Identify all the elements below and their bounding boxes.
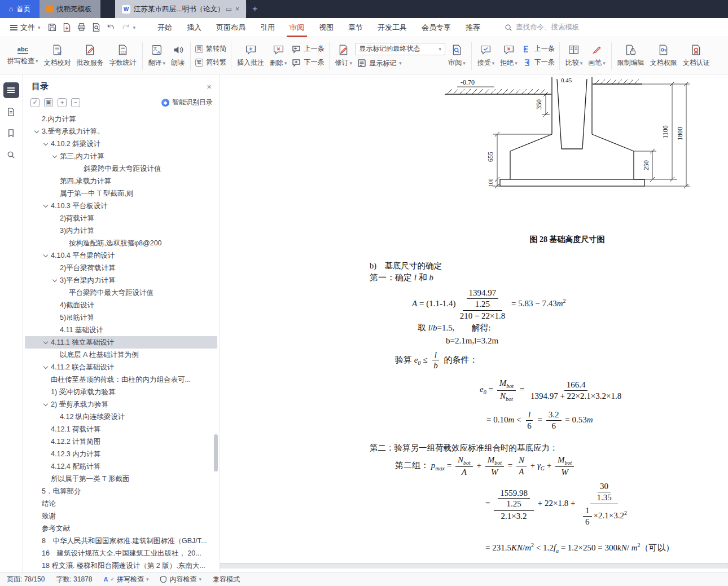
toc-item[interactable]: 4.10.4 平台梁的设计 [25, 249, 217, 262]
chevron-down-icon[interactable] [43, 253, 49, 258]
toc-item[interactable]: 结论 [25, 497, 217, 510]
menu-tab[interactable]: 开始 [150, 18, 179, 37]
ink-button[interactable]: 画笔▾ [585, 42, 608, 69]
toc-scrollbar[interactable] [214, 434, 218, 472]
translate-button[interactable]: 文A 翻译▾ [146, 42, 169, 69]
toc-level-button[interactable]: ▣ [44, 98, 53, 107]
toc-item[interactable]: 3.受弯承载力计算。 [25, 125, 217, 138]
toc-item[interactable]: 18 程文瀼. 楼梯和阳台雨蓬设计（第 2 版）.东南大... [25, 559, 217, 572]
toc-item[interactable]: 3)平台梁内力计算 [25, 274, 217, 287]
next-change-button[interactable]: 下一条 [520, 57, 556, 68]
toc-item[interactable]: 致谢 [25, 510, 217, 522]
toc-item[interactable]: 4.11 基础设计 [25, 324, 217, 336]
close-tab-icon[interactable]: × [235, 6, 239, 12]
show-markup-button[interactable]: 显示标记▾ [355, 58, 445, 69]
document-area[interactable]: -0.70 0.45 350 655 100 1100 1800 250 图 2… [220, 74, 728, 572]
trad-to-simp-button[interactable]: 简 繁转简 [194, 43, 228, 54]
toc-item[interactable]: 2)平台梁荷载计算 [25, 262, 217, 274]
toc-item[interactable]: 4.12 纵向连续梁设计 [25, 411, 217, 423]
delete-comment-button[interactable]: 删除▾ [267, 42, 290, 69]
quick-access-caret[interactable]: ▾ [133, 25, 136, 30]
menu-tab[interactable]: 会员专享 [414, 18, 458, 37]
review-button[interactable]: 审阅▾ [445, 42, 468, 69]
restrict-edit-button[interactable]: 限制编辑 [615, 42, 647, 69]
toc-item[interactable]: 4)截面设计 [25, 299, 217, 311]
toc-item[interactable]: 4.11.1 独立基础设计 [25, 336, 217, 349]
toc-item[interactable]: 由柱传至基顶的荷载：由柱的内力组合表可... [25, 373, 217, 386]
toc-item[interactable]: 平台梁跨中最大弯距设计值 [25, 287, 217, 299]
toc-item[interactable]: 按构造配筋,选双肢箍φ8@200 [25, 237, 217, 249]
chevron-down-icon[interactable] [43, 364, 49, 370]
accept-button[interactable]: 接受▾ [475, 42, 498, 69]
menu-tab[interactable]: 视图 [312, 18, 341, 37]
compat-mode-indicator[interactable]: 兼容模式 [213, 575, 240, 584]
menu-tab[interactable]: 章节 [341, 18, 370, 37]
toc-item[interactable]: 1) 受冲切承载力验算 [25, 386, 217, 398]
menu-tab[interactable]: 审阅 [282, 18, 312, 37]
toc-item[interactable]: 4.12.3 内力计算 [25, 448, 217, 460]
toc-item[interactable]: 4.10.2 斜梁设计 [25, 138, 217, 150]
toc-item[interactable]: 4.10.3 平台板设计 [25, 200, 217, 212]
word-count-button[interactable]: 123 字数统计 [107, 42, 139, 69]
menu-tab[interactable]: 推荐 [458, 18, 488, 37]
home-tab[interactable]: ⌂ 首页 [0, 0, 40, 18]
export-pdf-button[interactable] [60, 21, 74, 34]
redo-button[interactable] [119, 21, 133, 34]
doc-proof-button[interactable]: 文档校对 [41, 42, 74, 69]
toc-item[interactable]: 16 建筑设计规范大全.中国建筑工业出版社， 20... [25, 547, 217, 559]
undo-button[interactable] [104, 21, 119, 34]
menu-tab[interactable]: 插入 [179, 18, 209, 37]
toc-item[interactable]: 斜梁跨中最大弯距设计值 [25, 162, 217, 175]
toc-item[interactable]: 参考文献 [25, 522, 217, 535]
spell-check-button[interactable]: abc 拼写检查▾ [5, 44, 41, 68]
docer-tab[interactable]: 找稻壳模板 [40, 0, 100, 18]
compare-button[interactable]: 比较▾ [563, 42, 586, 69]
simp-to-trad-button[interactable]: 繁 简转繁 [194, 57, 228, 68]
toc-item[interactable]: 以底层 A 柱基础计算为例 [25, 349, 217, 361]
find-panel-toggle[interactable] [3, 147, 19, 162]
menu-tab[interactable]: 引用 [253, 18, 282, 37]
file-menu[interactable]: 文件▾ [6, 23, 45, 33]
content-check-status[interactable]: 内容检查▾ [160, 575, 201, 584]
toc-item[interactable]: 4.12.1 荷载计算 [25, 423, 217, 435]
toc-item[interactable]: 3)内力计算 [25, 224, 217, 237]
chevron-down-icon[interactable] [43, 141, 49, 147]
toc-collapse-button[interactable]: － [71, 98, 80, 107]
toc-item[interactable]: 5．电算部分 [25, 485, 217, 497]
read-aloud-button[interactable]: 朗读 [168, 42, 187, 69]
chevron-down-icon[interactable] [52, 277, 58, 283]
chevron-down-icon[interactable] [43, 402, 49, 407]
spell-check-status[interactable]: A✓ 拼写检查▾ [103, 575, 148, 584]
prev-change-button[interactable]: 上一条 [520, 43, 556, 54]
doc-auth-button[interactable]: 文档认证 [680, 42, 713, 69]
correction-service-button[interactable]: 批改服务 [74, 42, 107, 69]
toc-item[interactable]: 所以属于第一类 T 形截面 [25, 473, 217, 485]
chevron-down-icon[interactable] [52, 153, 58, 159]
menu-tab[interactable]: 页面布局 [209, 18, 253, 37]
chapter-panel-toggle[interactable] [3, 104, 19, 120]
toc-item[interactable]: 属于第一中 T 型截面,则 [25, 187, 217, 200]
word-count-indicator[interactable]: 字数: 31878 [56, 575, 92, 584]
page-indicator[interactable]: 页面: 78/150 [7, 575, 45, 584]
doc-permission-button[interactable]: 文档权限 [647, 42, 680, 69]
insert-comment-button[interactable]: 插入批注 [234, 42, 267, 69]
toc-panel-toggle[interactable] [3, 82, 19, 98]
chevron-down-icon[interactable] [43, 203, 49, 209]
toc-item[interactable]: 第三,内力计算 [25, 150, 217, 162]
toc-item[interactable]: 4.12.2 计算简图 [25, 435, 217, 448]
next-comment-button[interactable]: 下一条 [290, 57, 326, 68]
bookmark-panel-toggle[interactable] [3, 125, 19, 141]
track-changes-button[interactable]: 修订▾ [332, 42, 356, 69]
new-tab-button[interactable]: + [247, 0, 263, 18]
print-button[interactable] [74, 21, 89, 34]
document-tab[interactable]: W 江苏某市四层...明书（论文） ▭ × [115, 0, 246, 18]
markup-state-select[interactable]: 显示标记的最终状态▾ [355, 43, 445, 55]
chevron-down-icon[interactable] [43, 340, 49, 345]
chevron-down-icon[interactable] [34, 129, 40, 134]
save-button[interactable] [45, 21, 60, 34]
toc-item[interactable]: 2)荷载计算 [25, 212, 217, 224]
command-search[interactable]: 查找命令、搜索模板 [505, 23, 580, 32]
toc-item[interactable]: 4.11.2 联合基础设计 [25, 361, 217, 373]
print-preview-button[interactable] [89, 21, 104, 34]
prev-comment-button[interactable]: 上一条 [290, 43, 326, 54]
